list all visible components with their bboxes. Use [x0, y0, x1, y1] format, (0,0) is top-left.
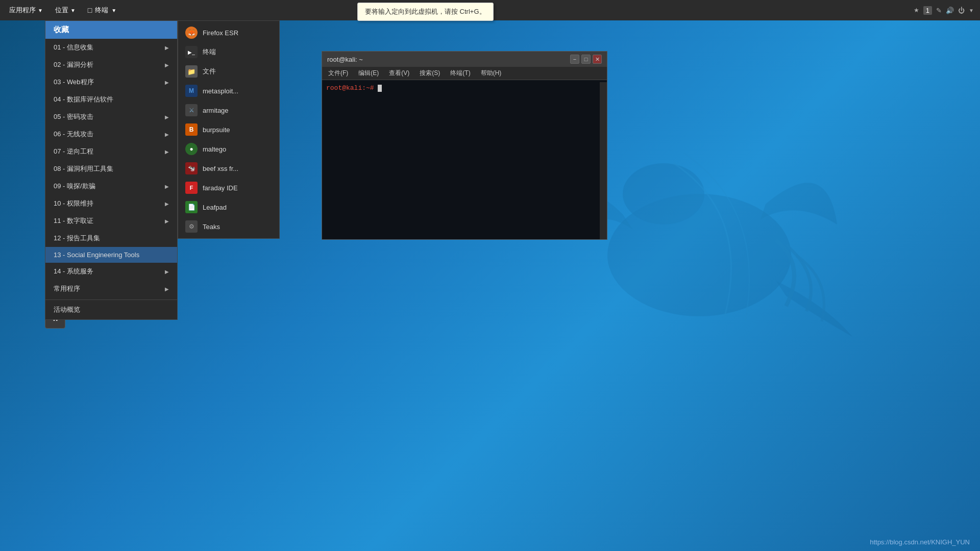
terminal-menu-search[interactable]: 搜索(S)	[418, 68, 442, 79]
terminal-menu-terminal[interactable]: 终端(T)	[448, 68, 472, 79]
apps-label: 应用程序	[9, 6, 36, 15]
terminal-close-button[interactable]: ✕	[593, 55, 602, 64]
submenu-item-beef[interactable]: 🐄 beef xss fr...	[178, 159, 279, 178]
menu-item-07[interactable]: 07 - 逆向工程 ▶	[45, 143, 177, 160]
menu-item-11[interactable]: 11 - 数字取证 ▶	[45, 212, 177, 230]
menu-item-09-arrow: ▶	[165, 184, 169, 189]
terminal-cursor	[378, 85, 382, 92]
terminal-icon: □	[88, 6, 92, 14]
menu-item-14[interactable]: 14 - 系统服务 ▶	[45, 263, 177, 280]
submenu-beef-label: beef xss fr...	[203, 165, 238, 172]
dropdown-arrow: ▼	[969, 8, 974, 13]
star-icon: ★	[914, 7, 919, 14]
submenu-item-terminal[interactable]: ▶_ 终端	[178, 42, 279, 62]
terminal-menu-help[interactable]: 帮助(H)	[479, 68, 504, 79]
submenu-armitage-label: armitage	[203, 107, 229, 114]
places-arrow: ▼	[70, 8, 76, 13]
menu-item-04-label: 04 - 数据库评估软件	[54, 95, 113, 104]
terminal-menubar: 文件(F) 编辑(E) 查看(V) 搜索(S) 终端(T) 帮助(H)	[322, 67, 607, 80]
watermark: https://blog.csdn.net/KNIGH_YUN	[870, 538, 970, 546]
menu-item-10-label: 10 - 权限维持	[54, 199, 93, 208]
menu-item-06[interactable]: 06 - 无线攻击 ▶	[45, 126, 177, 143]
menu-item-14-arrow: ▶	[165, 269, 169, 274]
menu-item-11-label: 11 - 数字取证	[54, 216, 93, 226]
volume-icon: 🔊	[946, 7, 954, 14]
submenu-faraday-label: faraday IDE	[203, 184, 238, 192]
terminal-icon: ▶_	[185, 46, 198, 58]
kbd-label: 1	[923, 6, 932, 15]
menu-item-07-label: 07 - 逆向工程	[54, 147, 93, 156]
menu-item-09-label: 09 - 嗅探/欺骗	[54, 182, 95, 191]
teaks-icon: ⚙	[185, 220, 198, 233]
menu-item-08[interactable]: 08 - 漏洞利用工具集	[45, 160, 177, 178]
menu-item-02[interactable]: 02 - 漏洞分析 ▶	[45, 56, 177, 73]
apps-menu-button[interactable]: 应用程序 ▼	[4, 4, 48, 17]
menu-item-10[interactable]: 10 - 权限维持 ▶	[45, 195, 177, 212]
places-menu-button[interactable]: 位置 ▼	[50, 4, 81, 17]
svg-point-1	[623, 163, 704, 224]
terminal-taskbar-button[interactable]: □ 终端 ▼	[83, 4, 121, 17]
submenu-item-metasploit[interactable]: M metasploit...	[178, 81, 279, 101]
menu-item-12-label: 12 - 报告工具集	[54, 234, 100, 243]
metasploit-icon: M	[185, 85, 198, 97]
submenu-item-maltego[interactable]: ● maltego	[178, 139, 279, 159]
submenu-item-files[interactable]: 📁 文件	[178, 62, 279, 81]
submenu-item-teaks[interactable]: ⚙ Teaks	[178, 217, 279, 236]
menu-item-11-arrow: ▶	[165, 218, 169, 224]
terminal-titlebar: root@kali: ~ − □ ✕	[322, 52, 607, 67]
menu-item-03-arrow: ▶	[165, 80, 169, 85]
menu-item-07-arrow: ▶	[165, 149, 169, 155]
submenu-files-label: 文件	[203, 67, 216, 76]
menu-item-08-label: 08 - 漏洞利用工具集	[54, 164, 113, 173]
submenu-item-burpsuite[interactable]: B burpsuite	[178, 120, 279, 139]
menu-item-04[interactable]: 04 - 数据库评估软件	[45, 91, 177, 108]
files-icon: 📁	[185, 65, 198, 78]
submenu-item-armitage[interactable]: ⚔ armitage	[178, 101, 279, 120]
beef-icon: 🐄	[185, 162, 198, 174]
firefox-icon: 🦊	[185, 27, 198, 39]
armitage-icon: ⚔	[185, 104, 198, 116]
pencil-icon: ✎	[936, 7, 942, 14]
menu-item-13-label: 13 - Social Engineering Tools	[54, 251, 139, 259]
terminal-body[interactable]: root@kali:~#	[322, 80, 607, 239]
terminal-menu-edit[interactable]: 编辑(E)	[356, 68, 381, 79]
menu-item-common-label: 常用程序	[54, 284, 80, 293]
terminal-minimize-button[interactable]: −	[570, 55, 579, 64]
taskbar-left: 应用程序 ▼ 位置 ▼ □ 终端 ▼	[0, 4, 121, 17]
menu-item-01[interactable]: 01 - 信息收集 ▶	[45, 39, 177, 56]
submenu-item-firefox[interactable]: 🦊 Firefox ESR	[178, 23, 279, 42]
menu-item-12[interactable]: 12 - 报告工具集	[45, 230, 177, 247]
terminal-menu-view[interactable]: 查看(V)	[387, 68, 411, 79]
menu-item-02-label: 02 - 漏洞分析	[54, 60, 93, 69]
menu-item-common-arrow: ▶	[165, 286, 169, 292]
activity-overview-label: 活动概览	[54, 306, 80, 313]
terminal-controls: − □ ✕	[570, 55, 602, 64]
places-label: 位置	[55, 6, 68, 15]
vm-input-tooltip: 要将输入定向到此虚拟机，请按 Ctrl+G。	[357, 3, 494, 21]
menu-item-03[interactable]: 03 - Web程序 ▶	[45, 73, 177, 91]
desktop: 应用程序 ▼ 位置 ▼ □ 终端 ▼ ★ 1 ✎ 🔊 ⏻ ▼ 要将输入定向到此虚…	[0, 0, 980, 551]
activity-overview-button[interactable]: 活动概览	[45, 299, 177, 319]
menu-item-13[interactable]: 13 - Social Engineering Tools	[45, 247, 177, 263]
submenu-item-faraday[interactable]: F faraday IDE	[178, 178, 279, 197]
terminal-maximize-button[interactable]: □	[581, 55, 591, 64]
terminal-scrollbar[interactable]	[600, 82, 607, 239]
menu-item-common[interactable]: 常用程序 ▶	[45, 280, 177, 297]
menu-item-05[interactable]: 05 - 密码攻击 ▶	[45, 108, 177, 126]
submenu-metasploit-label: metasploit...	[203, 87, 238, 95]
power-icon: ⏻	[958, 7, 965, 14]
terminal-menu-file[interactable]: 文件(F)	[326, 68, 350, 79]
submenu-firefox-label: Firefox ESR	[203, 29, 238, 37]
menu-item-05-arrow: ▶	[165, 114, 169, 120]
taskbar-right: ★ 1 ✎ 🔊 ⏻ ▼	[914, 6, 980, 15]
menu-item-05-label: 05 - 密码攻击	[54, 112, 93, 121]
menu-item-01-arrow: ▶	[165, 45, 169, 51]
submenu-item-leafpad[interactable]: 📄 Leafpad	[178, 197, 279, 217]
burpsuite-icon: B	[185, 123, 198, 136]
submenu-teaks-label: Teaks	[203, 223, 220, 231]
watermark-text: https://blog.csdn.net/KNIGH_YUN	[870, 538, 970, 546]
leafpad-icon: 📄	[185, 201, 198, 213]
submenu-terminal-label: 终端	[203, 47, 216, 57]
menu-item-09[interactable]: 09 - 嗅探/欺骗 ▶	[45, 178, 177, 195]
submenu-burpsuite-label: burpsuite	[203, 126, 230, 134]
